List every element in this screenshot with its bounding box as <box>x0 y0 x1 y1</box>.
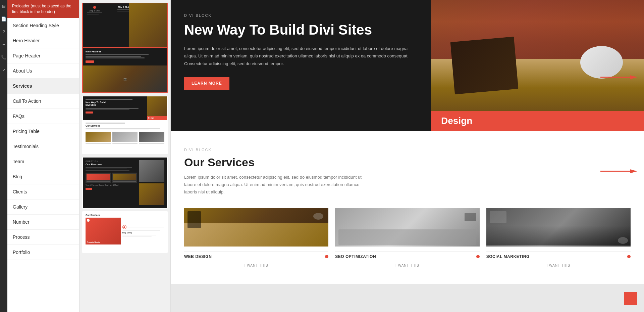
sidebar-item-call-to-action[interactable]: Call To Action <box>7 94 79 109</box>
service-want-web-design[interactable]: I WANT THIS <box>184 264 328 267</box>
page-icon[interactable]: 📄 <box>0 15 7 22</box>
sidebar-item-label: Gallery <box>13 204 28 210</box>
service-want-social[interactable]: I WANT THIS <box>486 264 631 267</box>
service-card-img-social <box>486 208 631 247</box>
sidebar-item-page-header[interactable]: Page Header <box>7 48 79 63</box>
layout-icon[interactable]: ⊞ <box>0 3 7 9</box>
sidebar-item-label: Process <box>13 234 30 240</box>
sidebar-item-label: Blog <box>13 174 22 179</box>
sidebar-item-blog[interactable]: Blog <box>7 169 79 184</box>
sidebar: Preloader (must be placed as the first b… <box>7 0 79 312</box>
preview-card-3[interactable]: CREATION Our Features <box>82 157 168 209</box>
sidebar-item-label: Team <box>13 159 24 164</box>
sidebar-header: Preloader (must be placed as the first b… <box>7 0 79 18</box>
service-card-web-design: WEB DESIGN I WANT THIS <box>184 208 328 267</box>
hero-title: New Way To Build Divi Sites <box>184 21 418 38</box>
hero-text-area: DIVI BLOCK New Way To Build Divi Sites L… <box>171 0 431 131</box>
service-name-web-design: WEB DESIGN <box>184 254 212 259</box>
sidebar-item-process[interactable]: Process <box>7 230 79 245</box>
sidebar-item-label: FAQs <box>13 114 24 119</box>
sidebar-item-hero-header[interactable]: Hero Header <box>7 33 79 48</box>
sidebar-item-label: Testimonials <box>13 144 39 149</box>
phone-icon[interactable]: 📞 <box>0 54 7 60</box>
preview-card-2[interactable]: New Way To BuildDivi Sites Design Our Se… <box>82 96 168 154</box>
service-dot-social <box>627 255 631 258</box>
services-body: Lorem ipsum dolor sit amet, consectetur … <box>184 174 372 196</box>
sidebar-item-label: Portfolio <box>13 250 30 255</box>
service-card-footer-social: SOCIAL MARKETING <box>486 251 631 262</box>
service-dot-web-design <box>325 255 328 258</box>
sidebar-item-label: Section Heading Style <box>13 23 59 28</box>
hero-divi-label: DIVI BLOCK <box>184 13 418 17</box>
sidebar-item-portfolio[interactable]: Portfolio <box>7 245 79 260</box>
preview-card-1[interactable]: Drag & Drop Mix & Match Export To Divi <box>82 3 168 93</box>
hero-image-placeholder: Design <box>431 0 644 131</box>
service-card-seo: SEO OPTIMIZATION I WANT THIS <box>335 208 479 267</box>
service-card-social: SOCIAL MARKETING I WANT THIS <box>486 208 631 267</box>
sidebar-item-label: Page Header <box>13 53 41 58</box>
sidebar-item-label: Number <box>13 219 30 225</box>
sidebar-item-pricing-table[interactable]: Pricing Table <box>7 124 79 139</box>
service-card-footer-seo: SEO OPTIMIZATION <box>335 251 479 262</box>
sidebar-item-label: Pricing Table <box>13 129 40 134</box>
sidebar-item-number[interactable]: Number <box>7 215 79 230</box>
service-want-seo[interactable]: I WANT THIS <box>335 264 479 267</box>
services-title: Our Services <box>184 156 631 169</box>
sidebar-item-services[interactable]: Services <box>7 79 79 94</box>
sidebar-item-clients[interactable]: Clients <box>7 184 79 199</box>
sidebar-item-testimonials[interactable]: Testimonials <box>7 139 79 154</box>
arrow-right-1 <box>600 74 637 82</box>
sidebar-item-team[interactable]: Team <box>7 154 79 169</box>
red-box-corner[interactable] <box>624 292 637 305</box>
sidebar-item-label: Services <box>13 83 32 89</box>
service-name-seo: SEO OPTIMIZATION <box>335 254 376 259</box>
service-card-img-web-design <box>184 208 328 247</box>
svg-marker-3 <box>630 75 637 79</box>
service-name-social: SOCIAL MARKETING <box>486 254 530 259</box>
service-cards: WEB DESIGN I WANT THIS <box>184 208 631 267</box>
services-divi-label: DIVI BLOCK <box>184 148 631 152</box>
icon-bar: ⊞ 📄 ? − 📞 ↗ <box>0 0 7 312</box>
design-label: Design <box>431 111 644 131</box>
sidebar-item-section-heading-style[interactable]: Section Heading Style <box>7 18 79 33</box>
sidebar-item-label: Hero Header <box>13 38 40 43</box>
sidebar-item-label: Clients <box>13 189 27 194</box>
help-icon[interactable]: ? <box>0 28 7 35</box>
sidebar-item-faqs[interactable]: FAQs <box>7 109 79 124</box>
preview-panel: Drag & Drop Mix & Match Export To Divi <box>79 0 171 312</box>
minus-icon[interactable]: − <box>0 41 7 48</box>
learn-more-button[interactable]: LEARN MORE <box>184 77 229 90</box>
sidebar-item-about-us[interactable]: About Us <box>7 63 79 79</box>
sidebar-item-label: Call To Action <box>13 98 41 104</box>
preview-card-4[interactable]: Our Services Premade Blocks <box>82 211 168 253</box>
hero-body: Lorem ipsum dolor sit amet, consectetur … <box>184 45 418 67</box>
export-icon[interactable]: ↗ <box>0 66 7 73</box>
service-dot-seo <box>476 255 480 258</box>
service-card-footer-web-design: WEB DESIGN <box>184 251 328 262</box>
service-card-img-seo <box>335 208 479 247</box>
hero-image-area: Design <box>431 0 644 131</box>
sidebar-item-label: About Us <box>13 68 32 74</box>
svg-marker-5 <box>630 169 637 173</box>
services-section: DIVI BLOCK Our Services Lorem ipsum dolo… <box>171 131 644 284</box>
arrow-right-2 <box>600 168 637 176</box>
main-content: DIVI BLOCK New Way To Build Divi Sites L… <box>171 0 644 312</box>
sidebar-header-text: Preloader (must be placed as the first b… <box>12 4 71 14</box>
hero-section: DIVI BLOCK New Way To Build Divi Sites L… <box>171 0 644 131</box>
content-inner: DIVI BLOCK New Way To Build Divi Sites L… <box>171 0 644 284</box>
sidebar-item-gallery[interactable]: Gallery <box>7 199 79 215</box>
